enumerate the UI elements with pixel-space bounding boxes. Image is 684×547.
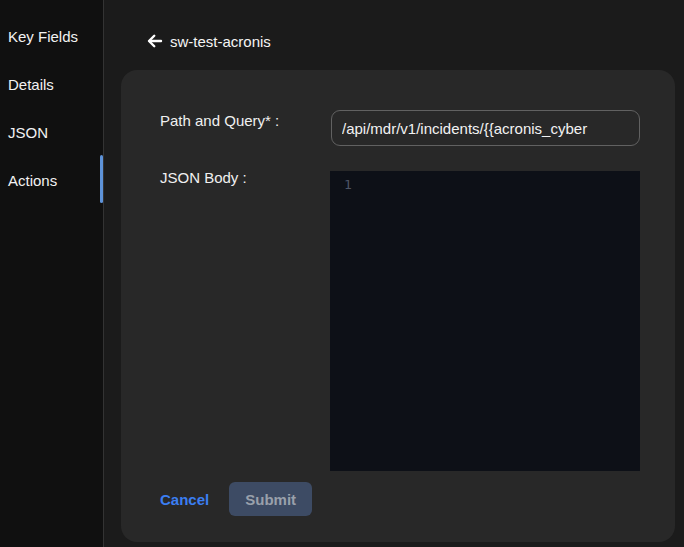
back-button[interactable] [144, 30, 166, 52]
sidebar: Key Fields Details JSON Actions [0, 0, 104, 547]
header: sw-test-acronis [144, 30, 271, 52]
sidebar-item-label: JSON [8, 124, 48, 141]
sidebar-item-actions[interactable]: Actions [0, 168, 104, 192]
form-actions: Cancel Submit [160, 482, 312, 516]
sidebar-item-details[interactable]: Details [0, 72, 104, 96]
json-body-label: JSON Body : [160, 169, 247, 186]
active-tab-indicator [100, 155, 103, 203]
sidebar-item-label: Actions [8, 172, 57, 189]
path-query-input[interactable] [331, 110, 640, 146]
path-query-label: Path and Query* : [160, 112, 279, 129]
app-window: Key Fields Details JSON Actions sw-test-… [0, 0, 684, 547]
page-title: sw-test-acronis [170, 33, 271, 50]
arrow-left-icon [146, 32, 164, 50]
sidebar-item-label: Details [8, 76, 54, 93]
cancel-button[interactable]: Cancel [160, 491, 209, 508]
sidebar-item-key-fields[interactable]: Key Fields [0, 24, 104, 48]
action-form-card: Path and Query* : JSON Body : 1 Cancel S… [121, 70, 675, 542]
sidebar-item-label: Key Fields [8, 28, 78, 45]
sidebar-item-json[interactable]: JSON [0, 120, 104, 144]
submit-button[interactable]: Submit [229, 482, 312, 516]
editor-line-number: 1 [344, 177, 352, 192]
json-body-editor[interactable]: 1 [330, 171, 640, 471]
